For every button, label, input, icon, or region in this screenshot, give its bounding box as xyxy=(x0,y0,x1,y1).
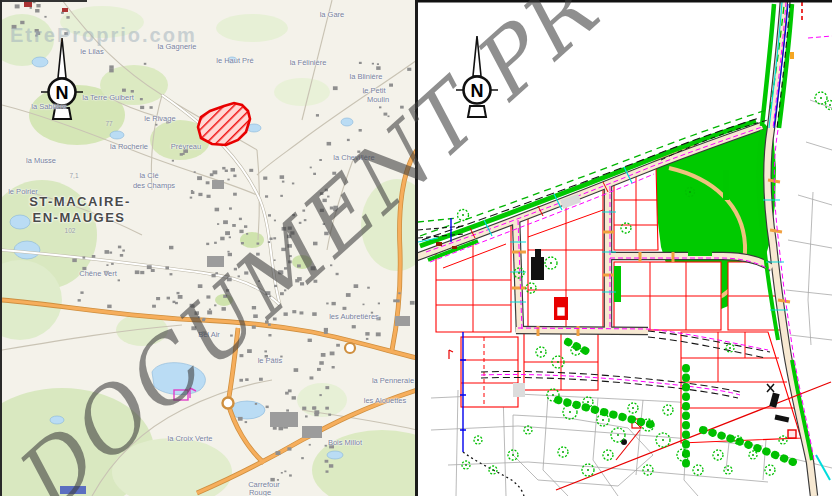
building xyxy=(234,268,237,271)
building xyxy=(220,237,224,241)
topo-map-panel[interactable]: N ST-MACAIRE- EN-MAUGES la Garele Lilasl… xyxy=(0,0,417,496)
building xyxy=(155,124,157,126)
building xyxy=(12,25,17,29)
topo-map-svg: N xyxy=(2,0,417,496)
building xyxy=(197,176,202,180)
building xyxy=(336,344,340,347)
building xyxy=(302,407,306,410)
building xyxy=(297,277,302,281)
building xyxy=(225,170,228,173)
building xyxy=(144,63,147,65)
building xyxy=(333,86,338,90)
building xyxy=(363,92,365,94)
building xyxy=(284,471,286,473)
building xyxy=(326,303,328,305)
building xyxy=(147,265,152,269)
tree-center-dot xyxy=(540,351,542,353)
building xyxy=(304,219,307,221)
roundabout xyxy=(345,343,355,353)
building xyxy=(309,444,311,446)
building xyxy=(297,264,301,267)
building xyxy=(316,114,319,117)
building xyxy=(30,7,32,9)
building xyxy=(198,316,200,318)
tree-center-dot xyxy=(617,434,619,436)
building xyxy=(372,63,374,65)
building xyxy=(202,332,207,336)
building xyxy=(227,179,229,181)
building xyxy=(357,151,360,153)
building xyxy=(36,4,40,7)
building xyxy=(182,153,184,155)
building xyxy=(320,192,324,195)
building xyxy=(229,236,231,238)
building xyxy=(269,296,271,298)
building xyxy=(78,299,81,302)
building xyxy=(206,295,210,298)
building xyxy=(279,427,284,431)
building xyxy=(228,253,232,256)
building xyxy=(310,376,314,379)
listing-image: N ST-MACAIRE- EN-MAUGES la Garele Lilasl… xyxy=(0,0,832,496)
building xyxy=(288,389,292,392)
building xyxy=(292,396,296,399)
building xyxy=(270,478,274,482)
building xyxy=(328,414,331,416)
building xyxy=(20,21,24,24)
plan-map-panel[interactable]: N xyxy=(418,0,832,496)
building xyxy=(286,409,289,411)
building xyxy=(280,195,283,197)
building xyxy=(226,289,229,292)
building xyxy=(352,325,356,328)
building xyxy=(167,297,170,300)
compass-letter: N xyxy=(56,83,69,103)
building xyxy=(252,306,256,309)
building xyxy=(312,406,316,409)
building xyxy=(347,139,350,141)
tree-center-dot xyxy=(527,429,529,431)
building xyxy=(367,287,370,289)
building xyxy=(282,227,287,231)
tree-center-dot xyxy=(557,361,559,363)
building xyxy=(107,305,111,309)
building xyxy=(214,242,217,244)
building xyxy=(359,129,362,132)
building xyxy=(217,223,219,225)
building xyxy=(213,170,218,174)
tree-center-dot xyxy=(465,464,467,466)
building xyxy=(246,233,248,235)
building xyxy=(290,231,294,234)
building xyxy=(265,355,268,358)
building xyxy=(265,195,268,197)
building xyxy=(327,142,332,146)
building xyxy=(289,474,292,476)
building xyxy=(287,244,292,248)
building xyxy=(83,257,86,259)
building xyxy=(244,271,248,274)
building xyxy=(266,406,269,409)
building xyxy=(191,190,193,192)
plan-map-svg: N xyxy=(418,0,832,496)
building xyxy=(280,292,284,295)
building xyxy=(195,311,200,315)
building xyxy=(319,159,322,161)
tree-center-dot xyxy=(602,419,604,421)
building xyxy=(332,172,336,175)
building xyxy=(284,267,287,269)
building xyxy=(332,302,336,305)
tree-center-dot xyxy=(647,469,649,471)
building xyxy=(240,354,244,357)
building xyxy=(223,220,228,224)
building xyxy=(109,252,112,254)
building xyxy=(241,242,244,244)
building xyxy=(268,334,271,337)
building xyxy=(232,224,236,227)
building xyxy=(223,295,227,298)
building xyxy=(231,168,236,172)
building xyxy=(264,350,267,352)
building xyxy=(407,68,411,71)
building xyxy=(274,259,276,261)
building xyxy=(319,361,324,365)
building xyxy=(379,106,381,108)
building xyxy=(256,253,260,256)
